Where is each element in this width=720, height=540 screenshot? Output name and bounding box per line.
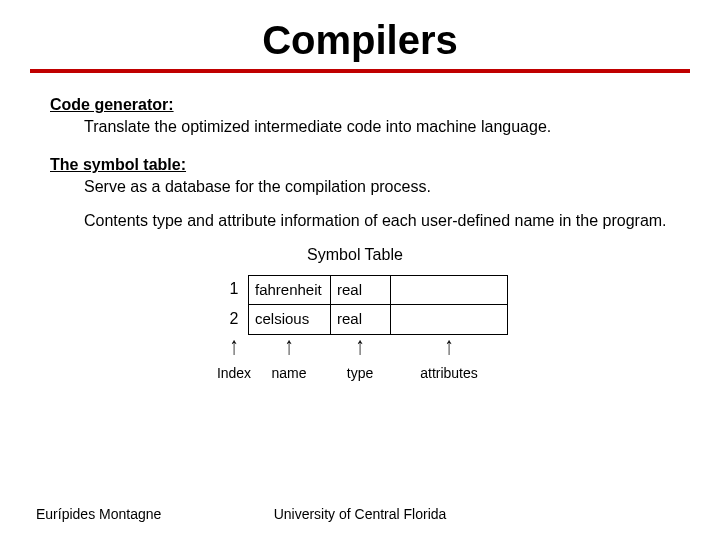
table-row: 2 celsious real	[220, 305, 670, 335]
row-index: 2	[220, 305, 248, 335]
section-body-codegen: Translate the optimized intermediate cod…	[50, 117, 670, 137]
arrow-up-icon: ↑	[356, 333, 365, 358]
section-heading-symtab: The symbol table:	[50, 155, 670, 175]
cell-name: fahrenheit	[248, 275, 330, 305]
section-body-symtab-2: Contents type and attribute information …	[50, 211, 670, 231]
table-row: 1 fahrenheit real	[220, 275, 670, 305]
arrow-up-icon: ↑	[285, 333, 294, 358]
section-body-symtab-1: Serve as a database for the compilation …	[50, 177, 670, 197]
label-attributes: attributes	[420, 365, 478, 383]
cell-attributes	[390, 275, 508, 305]
symbol-table: 1 fahrenheit real 2 celsious real ↑ Inde…	[220, 275, 670, 385]
label-name: name	[271, 365, 306, 383]
row-index: 1	[220, 275, 248, 305]
footer-author: Eurípides Montagne	[36, 506, 161, 522]
cell-type: real	[330, 275, 390, 305]
section-heading-codegen: Code generator:	[50, 95, 670, 115]
symbol-table-caption: Symbol Table	[300, 245, 410, 265]
arrow-up-icon: ↑	[230, 333, 239, 358]
cell-attributes	[390, 305, 508, 335]
page-title: Compilers	[262, 18, 458, 63]
cell-name: celsious	[248, 305, 330, 335]
column-labels: ↑ Index ↑ name ↑ type ↑ attributes	[220, 335, 508, 383]
footer: Eurípides Montagne University of Central…	[0, 506, 720, 522]
cell-type: real	[330, 305, 390, 335]
arrow-up-icon: ↑	[445, 333, 454, 358]
content-area: Code generator: Translate the optimized …	[0, 73, 720, 385]
label-type: type	[347, 365, 373, 383]
label-index: Index	[217, 365, 251, 383]
